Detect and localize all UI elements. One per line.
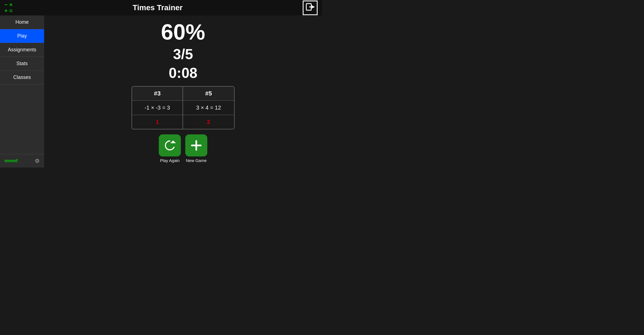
mistake-card-2: #5 3 × 4 = 12 2 [183,87,234,129]
gear-icon[interactable]: ⚙ [35,158,40,164]
mistake-wrong-1: 1 [132,115,183,129]
app-logo: − × + = [4,2,12,14]
play-again-wrapper: Play Again [159,134,181,163]
sidebar-item-classes[interactable]: Classes [0,71,44,84]
exit-button[interactable] [303,1,318,15]
score-time: 0:08 [169,65,197,81]
mistake-wrong-2: 2 [183,115,234,129]
new-game-button[interactable] [185,134,207,156]
sidebar: Home Play Assignments Stats Classes mmmf… [0,15,44,168]
mistake-number-2: #5 [183,87,234,101]
sidebar-nav: Home Play Assignments Stats Classes [0,15,44,84]
new-game-wrapper: New Game [185,134,207,163]
username-label: mmmf [4,158,18,163]
mistake-equation-1: -1 × -3 = 3 [132,101,183,115]
score-percent: 60% [161,21,205,43]
mistake-equation-2: 3 × 4 = 12 [183,101,234,115]
mistake-number-1: #3 [132,87,183,101]
new-game-label: New Game [186,158,206,163]
plus-icon: + [4,8,8,14]
main-layout: Home Play Assignments Stats Classes mmmf… [0,15,322,168]
equals-icon: = [9,8,13,14]
app-header: − × + = Times Trainer [0,0,322,15]
action-buttons: Play Again New Game [159,134,207,163]
mistake-card-1: #3 -1 × -3 = 3 1 [132,87,183,129]
sidebar-item-stats[interactable]: Stats [0,57,44,71]
sidebar-item-assignments[interactable]: Assignments [0,43,44,57]
minus-icon: − [4,2,8,7]
sidebar-item-home[interactable]: Home [0,15,44,29]
sidebar-item-play[interactable]: Play [0,29,44,43]
play-again-label: Play Again [160,158,180,163]
sidebar-footer: mmmf ⚙ [0,154,44,168]
times-icon: × [9,2,13,7]
play-again-button[interactable] [159,134,181,156]
svg-marker-2 [170,140,176,143]
score-fraction: 3/5 [173,46,193,62]
content-area: 60% 3/5 0:08 #3 -1 × -3 = 3 1 #5 3 × 4 =… [44,15,322,168]
mistakes-table: #3 -1 × -3 = 3 1 #5 3 × 4 = 12 2 [132,86,235,129]
app-title: Times Trainer [12,3,303,12]
